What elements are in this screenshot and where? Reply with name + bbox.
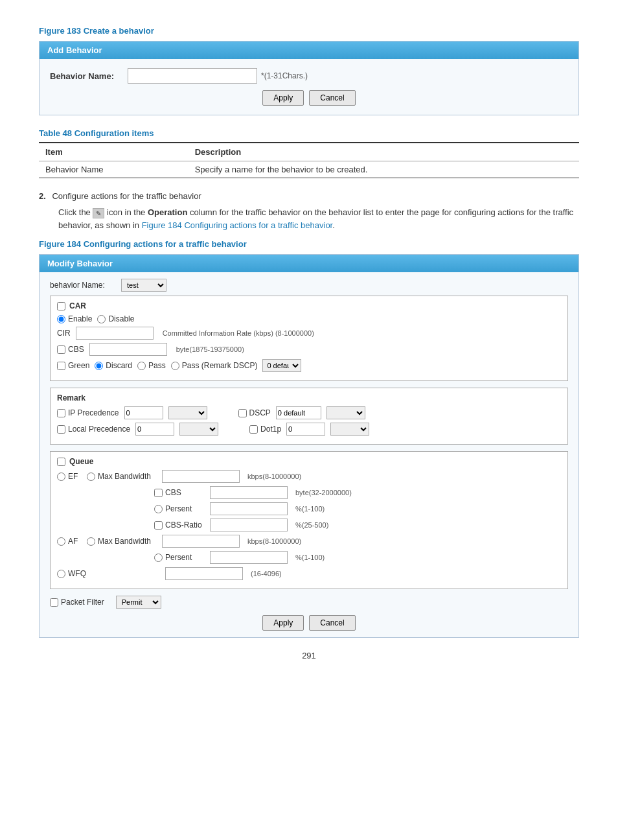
af-persent-radio[interactable] [154,554,163,562]
persent-radio[interactable] [154,505,163,513]
ip-prec-input[interactable] [124,406,163,419]
persent-radio-label[interactable]: Persent [154,504,206,513]
apply-button-184[interactable]: Apply [262,615,304,631]
figure-183-title: Figure 183 Create a behavior [39,26,579,36]
cbs-ratio-label: CBS-Ratio [165,520,202,530]
ef-radio-label[interactable]: EF [57,472,83,481]
cbs-car-row: CBS byte(1875-19375000) [57,343,561,356]
persent-input[interactable] [210,502,288,515]
col-desc: Description [189,143,579,161]
dscp-checkbox[interactable] [238,409,247,417]
af-max-bw-radio[interactable] [87,537,95,546]
dscp-select[interactable] [326,406,365,419]
af-max-bw-radio-label[interactable]: Max Bandwidth [87,537,158,546]
modify-body: behavior Name: test CAR Enable Disable [40,272,578,637]
enable-radio[interactable] [57,315,65,323]
ip-prec-checkbox[interactable] [57,409,65,417]
cbs-queue-input[interactable] [210,486,288,499]
dscp-checkbox-label[interactable]: DSCP [238,408,271,417]
mod-behavior-name-row: behavior Name: test [50,279,568,292]
cbs-checkbox[interactable] [57,345,65,354]
af-persent-input[interactable] [210,551,288,564]
queue-section: Queue EF Max Bandwidth kbps(8-1000000) [50,451,568,589]
dscp-input[interactable] [276,406,321,419]
figure184-link[interactable]: Figure 184 Configuring actions for a tra… [142,220,333,230]
config-table: Item Description Behavior Name Specify a… [39,142,579,178]
add-behavior-header: Add Behavior [40,41,578,59]
ef-radio[interactable] [57,472,65,481]
green-checkbox-label[interactable]: Green [57,361,89,370]
edit-icon: ✎ [93,208,104,218]
dscp-default-select[interactable]: 0 default [262,359,301,372]
cbs-hint: byte(1875-19375000) [176,345,244,353]
ip-prec-select[interactable] [168,406,207,419]
add-behavior-panel: Add Behavior Behavior Name: *(1-31Chars.… [39,41,579,115]
row-item: Behavior Name [39,161,189,178]
cbs-ratio-checkbox-label[interactable]: CBS-Ratio [154,520,206,530]
discard-radio-label[interactable]: Discard [95,361,132,370]
pass-remark-radio[interactable] [171,362,179,370]
behavior-name-hint: *(1-31Chars.) [261,71,308,80]
af-max-bw-input[interactable] [162,535,240,548]
local-prec-checkbox[interactable] [57,425,65,434]
discard-radio[interactable] [95,362,103,370]
cbs-ratio-row: CBS-Ratio %(25-500) [154,519,561,531]
cbs-ratio-checkbox[interactable] [154,521,163,530]
dot1p-checkbox[interactable] [249,425,258,434]
cir-input[interactable] [76,327,154,340]
af-persent-hint: %(1-100) [295,554,325,561]
behavior-name-input[interactable] [128,68,257,84]
queue-checkbox[interactable] [57,458,65,466]
car-label: CAR [69,301,86,310]
af-row: AF Max Bandwidth kbps(8-1000000) [57,535,561,548]
operation-bold: Operation [148,207,187,217]
apply-button-183[interactable]: Apply [262,90,304,106]
cancel-button-183[interactable]: Cancel [309,90,355,106]
local-prec-checkbox-label[interactable]: Local Precedence [57,425,130,434]
pass-radio[interactable] [137,362,146,370]
ef-max-bw-input[interactable] [162,470,240,483]
dot1p-input[interactable] [286,423,325,436]
cbs-checkbox-label[interactable]: CBS [57,345,84,354]
green-checkbox[interactable] [57,362,65,370]
packet-filter-checkbox-label[interactable]: Packet Filter [50,598,104,607]
af-radio[interactable] [57,537,65,546]
persent-label: Persent [165,504,192,513]
packet-filter-checkbox[interactable] [50,598,58,607]
packet-filter-select[interactable]: Permit [116,596,161,609]
col-item: Item [39,143,189,161]
local-prec-input[interactable] [135,423,174,436]
wfq-radio[interactable] [57,570,65,578]
car-checkbox[interactable] [57,302,65,310]
local-prec-select[interactable] [179,423,218,436]
enable-label: Enable [68,314,92,323]
car-section: CAR Enable Disable CIR Committed Informa… [50,296,568,381]
wfq-radio-label[interactable]: WFQ [57,569,86,578]
table-48-title: Table 48 Configuration items [39,128,579,138]
row-desc: Specify a name for the behavior to be cr… [189,161,579,178]
max-bw-radio-label[interactable]: Max Bandwidth [87,472,158,481]
enable-radio-label[interactable]: Enable [57,314,92,323]
cbs-queue-checkbox-label[interactable]: CBS [154,488,206,497]
cbs-ratio-input[interactable] [210,519,288,531]
pass-radio-label[interactable]: Pass [137,361,166,370]
remark-label: Remark [57,393,86,402]
af-radio-label[interactable]: AF [57,537,83,546]
af-persent-radio-label[interactable]: Persent [154,553,206,562]
cbs-input[interactable] [89,343,167,356]
car-title-row: CAR [57,301,561,310]
ip-prec-checkbox-label[interactable]: IP Precedence [57,408,119,417]
discard-label: Discard [106,361,132,370]
cbs-queue-checkbox[interactable] [154,489,163,497]
dot1p-checkbox-label[interactable]: Dot1p [249,425,281,434]
dot1p-select[interactable] [330,423,369,436]
pass-remark-radio-label[interactable]: Pass (Remark DSCP) [171,361,258,370]
behavior-name-select[interactable]: test [121,279,166,292]
wfq-hint: (16-4096) [251,570,282,578]
disable-radio-label[interactable]: Disable [97,314,134,323]
cancel-button-184[interactable]: Cancel [309,615,355,631]
max-bw-radio[interactable] [87,472,95,481]
wfq-input[interactable] [165,567,243,580]
green-label: Green [68,361,89,370]
disable-radio[interactable] [97,315,106,323]
